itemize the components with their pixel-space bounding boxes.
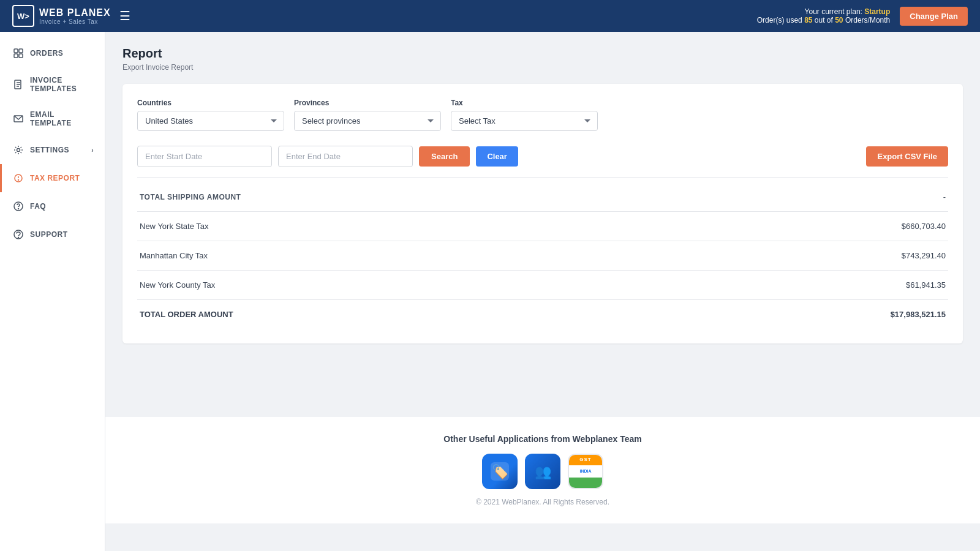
page-subtitle: Export Invoice Report	[123, 63, 963, 72]
report-icon	[13, 173, 24, 184]
svg-text:🏷️: 🏷️	[492, 463, 509, 480]
start-date-input[interactable]	[137, 146, 272, 167]
email-icon	[13, 113, 24, 124]
countries-select[interactable]: United StatesCanadaUKAustralia	[137, 111, 284, 131]
end-date-field	[278, 146, 413, 167]
divider	[137, 177, 948, 178]
plan-text: Your current plan:	[805, 7, 862, 16]
svg-point-12	[18, 180, 19, 181]
tax-select[interactable]: Select Tax	[451, 111, 598, 131]
faq-icon	[13, 201, 24, 212]
row-value-total-order: $17,983,521.15	[891, 310, 946, 319]
svg-point-13	[18, 209, 19, 209]
countries-filter: Countries United StatesCanadaUKAustralia	[137, 99, 284, 131]
sidebar-item-orders[interactable]: ORDERS	[0, 39, 105, 67]
row-label-total-order: TOTAL ORDER AMOUNT	[140, 310, 233, 319]
main-layout: ORDERS INVOICE TEMPLATES EMAIL TEMPLATE	[0, 32, 980, 551]
header-left: W> WEB PLANEX Invoice + Sales Tax ☰	[12, 5, 130, 27]
spacer	[123, 343, 963, 417]
sidebar-orders-label: ORDERS	[30, 49, 63, 58]
orders-used-label: Order(s) used	[757, 16, 802, 24]
row-label-ny-county: New York County Tax	[140, 280, 215, 290]
end-date-input[interactable]	[278, 146, 413, 167]
orders-used: 85	[804, 16, 812, 24]
sidebar: ORDERS INVOICE TEMPLATES EMAIL TEMPLATE	[0, 32, 105, 551]
footer-apps-title: Other Useful Applications from Webplanex…	[123, 434, 963, 444]
logo-icon: W>	[12, 5, 34, 27]
sidebar-item-invoice-templates[interactable]: INVOICE TEMPLATES	[0, 67, 105, 102]
sidebar-item-support[interactable]: SUPPORT	[0, 220, 105, 249]
file-icon	[13, 79, 24, 90]
row-value-ny-county: $61,941.35	[906, 280, 946, 290]
change-plan-button[interactable]: Change Plan	[900, 7, 968, 26]
svg-rect-3	[19, 54, 23, 58]
tax-filter: Tax Select Tax	[451, 99, 598, 131]
svg-point-16	[18, 238, 19, 238]
svg-rect-0	[14, 49, 18, 53]
svg-rect-1	[19, 49, 23, 53]
grid-icon	[13, 48, 24, 59]
table-row: TOTAL SHIPPING AMOUNT -	[137, 182, 948, 212]
sidebar-tax-report-label: TAX REPORT	[30, 174, 80, 182]
gear-icon	[13, 144, 24, 156]
row-value-shipping: -	[943, 192, 946, 201]
settings-arrow: ›	[91, 147, 94, 154]
countries-label: Countries	[137, 99, 284, 107]
app-icon-1-img: 🏷️	[488, 460, 511, 483]
provinces-filter: Provinces Select provinces	[294, 99, 441, 131]
export-csv-button[interactable]: Export CSV File	[866, 146, 948, 167]
brand-name: WEB PLANEX	[39, 7, 111, 18]
start-date-field	[137, 146, 272, 167]
brand-sub: Invoice + Sales Tax	[39, 18, 111, 25]
support-icon	[13, 229, 24, 240]
sidebar-item-faq[interactable]: FAQ	[0, 192, 105, 220]
provinces-select[interactable]: Select provinces	[294, 111, 441, 131]
svg-text:👥: 👥	[535, 463, 552, 480]
logo: W> WEB PLANEX Invoice + Sales Tax	[12, 5, 111, 27]
sidebar-item-email-template[interactable]: EMAIL TEMPLATE	[0, 102, 105, 136]
footer-apps: Other Useful Applications from Webplanex…	[105, 417, 980, 523]
plan-info: Your current plan: Startup Order(s) used…	[757, 7, 891, 24]
svg-point-9	[17, 149, 20, 152]
tax-label: Tax	[451, 99, 598, 107]
app-icon-2-img: 👥	[531, 460, 554, 483]
footer-copyright: © 2021 WebPlanex. All Rights Reserved.	[123, 498, 963, 506]
sidebar-faq-label: FAQ	[30, 202, 46, 211]
sidebar-item-tax-report[interactable]: TAX REPORT	[0, 164, 105, 192]
app-icon-1[interactable]: 🏷️	[482, 454, 518, 489]
logo-text: WEB PLANEX Invoice + Sales Tax	[39, 7, 111, 25]
table-row: New York State Tax $660,703.40	[137, 212, 948, 241]
plan-name: Startup	[864, 7, 890, 16]
filters-row: Countries United StatesCanadaUKAustralia…	[137, 99, 948, 131]
app-icons-row: 🏷️ 👥 GST INDIA	[123, 454, 963, 489]
orders-total: 50	[835, 16, 843, 24]
date-actions-row: Search Clear Export CSV File	[137, 143, 948, 167]
sidebar-invoice-templates-label: INVOICE TEMPLATES	[30, 76, 94, 93]
sidebar-support-label: SUPPORT	[30, 230, 68, 239]
data-section: TOTAL SHIPPING AMOUNT - New York State T…	[137, 182, 948, 329]
row-value-ny-state: $660,703.40	[902, 222, 946, 231]
provinces-label: Provinces	[294, 99, 441, 107]
page-title: Report	[123, 47, 963, 61]
table-row: TOTAL ORDER AMOUNT $17,983,521.15	[137, 300, 948, 329]
hamburger-menu[interactable]: ☰	[119, 9, 130, 23]
app-icon-2[interactable]: 👥	[525, 454, 560, 489]
search-button[interactable]: Search	[419, 146, 470, 167]
report-card: Countries United StatesCanadaUKAustralia…	[123, 84, 963, 343]
header-right: Your current plan: Startup Order(s) used…	[757, 7, 968, 26]
orders-suffix: Orders/Month	[845, 16, 890, 24]
row-label-manhattan: Manhattan City Tax	[140, 251, 208, 260]
row-label-ny-state: New York State Tax	[140, 222, 209, 231]
sidebar-item-settings[interactable]: SETTINGS ›	[0, 136, 105, 164]
sidebar-email-template-label: EMAIL TEMPLATE	[30, 110, 94, 127]
table-row: New York County Tax $61,941.35	[137, 271, 948, 300]
row-label-shipping: TOTAL SHIPPING AMOUNT	[140, 193, 241, 201]
app-header: W> WEB PLANEX Invoice + Sales Tax ☰ Your…	[0, 0, 980, 32]
app-icon-3[interactable]: GST INDIA	[568, 454, 603, 489]
svg-rect-2	[14, 54, 18, 58]
main-content: Report Export Invoice Report Countries U…	[105, 32, 980, 551]
table-row: Manhattan City Tax $743,291.40	[137, 241, 948, 271]
row-value-manhattan: $743,291.40	[902, 251, 946, 260]
filters-section: Countries United StatesCanadaUKAustralia…	[137, 99, 948, 167]
clear-button[interactable]: Clear	[476, 146, 518, 167]
